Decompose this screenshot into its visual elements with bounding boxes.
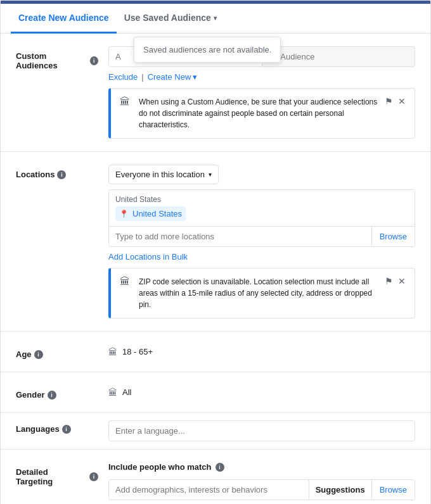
- tab-create-new[interactable]: Create New Audience: [11, 4, 117, 34]
- flag-icon[interactable]: ⚑: [385, 276, 393, 286]
- ad-audience-input[interactable]: [262, 46, 416, 67]
- targeting-browse-button[interactable]: Browse: [371, 480, 415, 500]
- create-new-button[interactable]: Create New ▾: [148, 72, 198, 82]
- age-value: 🏛 18 - 65+: [108, 347, 153, 357]
- detailed-targeting-label: Detailed Targeting i: [16, 462, 98, 486]
- age-info-icon[interactable]: i: [34, 350, 43, 359]
- chevron-down-icon: ▾: [214, 15, 217, 22]
- age-label: Age i: [16, 344, 98, 359]
- chevron-down-icon: ▾: [209, 171, 212, 178]
- tabs-bar: Create New Audience Use Saved Audience ▾…: [1, 4, 430, 34]
- locations-label: Locations i: [16, 165, 98, 179]
- detailed-targeting-header: Include people who match i: [108, 462, 415, 472]
- targeting-search-input[interactable]: [109, 480, 309, 500]
- match-info-icon[interactable]: i: [216, 463, 224, 472]
- location-notice: 🏛 ZIP code selection is unavailable. Loc…: [108, 268, 415, 318]
- notice-actions: ⚑ ✕: [385, 96, 406, 106]
- bank-icon: 🏛: [120, 276, 132, 287]
- close-icon[interactable]: ✕: [398, 276, 406, 286]
- age-row: Age i 🏛 18 - 65+: [16, 339, 415, 364]
- bank-icon: 🏛: [108, 347, 117, 357]
- targeting-input-row: Suggestions Browse: [108, 479, 415, 500]
- languages-label: Languages i: [16, 420, 98, 434]
- flag-icon[interactable]: ⚑: [385, 96, 393, 106]
- language-input[interactable]: [108, 420, 415, 441]
- languages-section: Languages i: [1, 413, 430, 450]
- detailed-targeting-content: Include people who match i Suggestions B…: [108, 462, 415, 504]
- tab-use-saved[interactable]: Use Saved Audience ▾: [117, 4, 224, 34]
- locations-content: Everyone in this location ▾ United State…: [108, 165, 415, 318]
- custom-audience-notice: 🏛 When using a Custom Audience, be sure …: [108, 88, 415, 139]
- pin-icon: 📍: [119, 210, 129, 218]
- suggestions-button[interactable]: Suggestions: [309, 480, 371, 500]
- add-bulk-locations-link[interactable]: Add Locations in Bulk: [108, 252, 415, 261]
- gender-row: Gender i 🏛 All: [16, 380, 415, 405]
- gender-info-icon[interactable]: i: [48, 391, 56, 400]
- gender-section: Gender i 🏛 All: [1, 372, 430, 413]
- custom-audiences-info-icon[interactable]: i: [90, 56, 98, 65]
- location-add-row: Browse: [109, 226, 415, 246]
- detailed-targeting-info-icon[interactable]: i: [89, 472, 98, 481]
- exclude-create-row: Exclude | Create New ▾: [108, 72, 415, 82]
- everyone-location-dropdown[interactable]: Everyone in this location ▾: [108, 165, 219, 184]
- browse-locations-button[interactable]: Browse: [371, 227, 415, 246]
- chevron-down-icon: ▾: [193, 72, 197, 82]
- bank-icon: 🏛: [120, 96, 132, 108]
- location-item[interactable]: 📍 United States: [115, 206, 186, 221]
- locations-list: United States 📍 United States: [109, 190, 415, 226]
- detailed-targeting-row: Detailed Targeting i Include people who …: [16, 462, 415, 504]
- locations-info-icon[interactable]: i: [57, 170, 66, 179]
- detailed-targeting-section: Detailed Targeting i Include people who …: [1, 450, 430, 504]
- languages-row: Languages i: [16, 420, 415, 441]
- languages-info-icon[interactable]: i: [62, 425, 71, 434]
- exclude-link[interactable]: Exclude: [108, 72, 138, 82]
- custom-audiences-label: Custom Audiences i: [16, 46, 98, 70]
- close-icon[interactable]: ✕: [398, 96, 406, 106]
- gender-label: Gender i: [16, 385, 98, 400]
- notice-actions: ⚑ ✕: [385, 276, 406, 286]
- locations-box: United States 📍 United States Browse: [108, 189, 415, 247]
- location-add-input[interactable]: [109, 227, 371, 246]
- audience-panel: Create New Audience Use Saved Audience ▾…: [0, 0, 431, 504]
- saved-tooltip: Saved audiences are not available.: [134, 37, 281, 63]
- country-header: United States: [115, 195, 408, 204]
- gender-value: 🏛 All: [108, 387, 131, 398]
- bank-icon: 🏛: [108, 387, 117, 398]
- locations-section: Locations i Everyone in this location ▾ …: [1, 152, 430, 332]
- age-section: Age i 🏛 18 - 65+: [1, 332, 430, 372]
- locations-row: Locations i Everyone in this location ▾ …: [16, 165, 415, 318]
